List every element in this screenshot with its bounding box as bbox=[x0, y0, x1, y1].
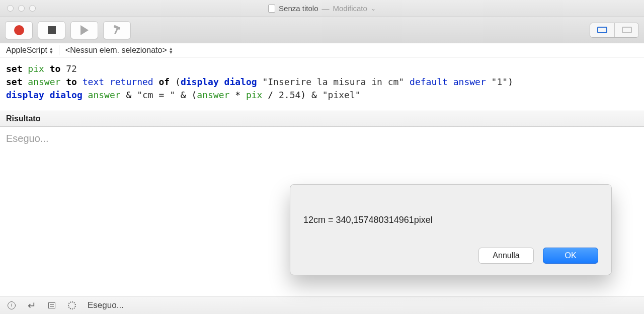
info-button[interactable] bbox=[7, 301, 16, 310]
modified-label: Modificato bbox=[333, 4, 367, 13]
events-button[interactable] bbox=[47, 301, 56, 310]
navigation-bar: AppleScript ▴▾ <Nessun elem. selezionato… bbox=[0, 43, 644, 57]
record-button[interactable] bbox=[5, 21, 33, 39]
cancel-button[interactable]: Annulla bbox=[478, 248, 534, 264]
ok-button[interactable]: OK bbox=[543, 248, 598, 264]
element-selector[interactable]: <Nessun elem. selezionato> ▴▾ bbox=[65, 46, 173, 55]
running-status: Eseguo... bbox=[6, 133, 49, 144]
view-mode-standard[interactable] bbox=[590, 23, 614, 37]
info-icon bbox=[8, 301, 16, 309]
status-text: Eseguo... bbox=[88, 300, 124, 310]
run-button[interactable] bbox=[70, 21, 98, 39]
language-selector[interactable]: AppleScript ▴▾ bbox=[6, 46, 53, 55]
stop-button[interactable] bbox=[38, 21, 65, 39]
window-titlebar: Senza titolo — Modificato ⌄ bbox=[0, 0, 644, 17]
record-icon bbox=[14, 25, 24, 35]
element-selector-label: <Nessun elem. selezionato> bbox=[65, 46, 167, 55]
document-name: Senza titolo bbox=[279, 4, 318, 13]
title-separator: — bbox=[322, 4, 330, 13]
document-icon bbox=[268, 5, 275, 13]
chevron-down-icon[interactable]: ⌄ bbox=[371, 5, 376, 12]
ok-label: OK bbox=[565, 251, 576, 260]
stop-icon bbox=[48, 26, 56, 34]
view-mode-alternate[interactable] bbox=[614, 23, 638, 37]
script-editor[interactable]: set pix to 72 set answer to text returne… bbox=[0, 57, 644, 111]
view-rect-icon bbox=[597, 27, 607, 33]
spinner-icon bbox=[67, 301, 76, 310]
dialog-message: 12cm = 340,157480314961pixel bbox=[303, 215, 598, 225]
dialog: 12cm = 340,157480314961pixel Annulla OK bbox=[290, 184, 612, 275]
return-button[interactable]: ↵ bbox=[27, 301, 36, 310]
results-header: Risultato bbox=[0, 111, 644, 127]
play-icon bbox=[80, 25, 89, 35]
updown-icon: ▴▾ bbox=[170, 47, 173, 54]
cancel-label: Annulla bbox=[493, 251, 519, 260]
compile-button[interactable] bbox=[103, 21, 131, 39]
hammer-icon bbox=[113, 26, 122, 35]
nav-divider bbox=[59, 45, 59, 55]
language-label: AppleScript bbox=[6, 46, 47, 55]
list-icon bbox=[48, 302, 55, 308]
view-mode-segment bbox=[590, 23, 639, 38]
window-title: Senza titolo — Modificato ⌄ bbox=[0, 4, 644, 13]
toolbar bbox=[0, 17, 644, 43]
view-rect-dim-icon bbox=[622, 27, 632, 33]
updown-icon: ▴▾ bbox=[50, 47, 53, 54]
status-bar: ↵ Eseguo... bbox=[0, 296, 644, 314]
dialog-button-row: Annulla OK bbox=[303, 248, 598, 264]
